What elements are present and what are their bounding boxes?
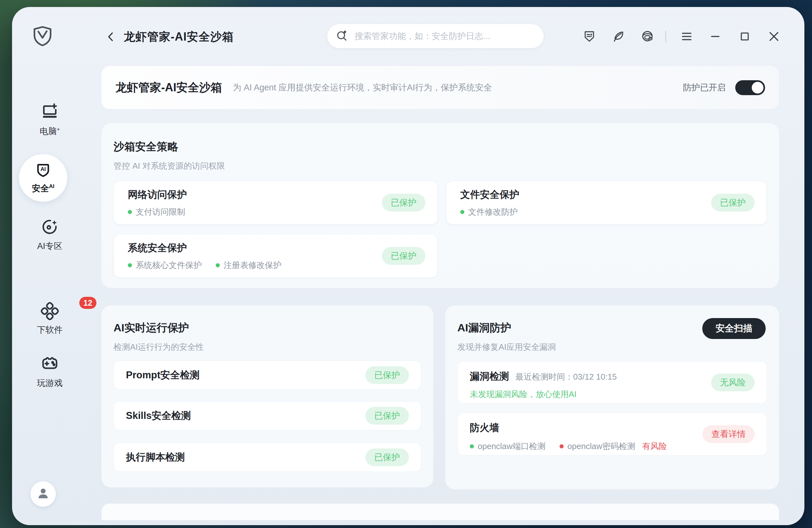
- leaf-icon[interactable]: [611, 29, 626, 44]
- firewall-bullet: openclaw端口检测: [470, 441, 546, 452]
- sidebar-label-security-ai: 安全AI: [32, 183, 55, 194]
- status-badge-no-risk: 无风险: [711, 373, 755, 391]
- realtime-row-prompt[interactable]: Prompt安全检测 已保护: [114, 361, 421, 390]
- toggle-knob: [752, 82, 764, 93]
- policy-card-file[interactable]: 文件安全保护 文件修改防护 已保护: [446, 181, 767, 224]
- close-button[interactable]: [766, 29, 782, 44]
- svg-text:AI: AI: [649, 38, 652, 40]
- sidebar-label-computer: 电脑+: [12, 126, 88, 137]
- app-window: 龙虾管家-AI安全沙箱 AI: [12, 7, 804, 525]
- titlebar-divider: [665, 31, 666, 42]
- policy-card-system[interactable]: 系统安全保护 系统核心文件保护 注册表修改保护 已保护: [114, 234, 438, 278]
- security-scan-button[interactable]: 安全扫描: [702, 318, 766, 339]
- person-icon: [36, 486, 50, 502]
- status-badge-protected: 已保护: [365, 449, 409, 466]
- next-section-peek: [102, 503, 779, 520]
- realtime-row-script[interactable]: 执行脚本检测 已保护: [114, 443, 421, 472]
- protection-toggle-label: 防护已开启: [683, 82, 726, 93]
- vulnerability-section-title: AI漏洞防护: [458, 321, 511, 335]
- sandbox-subtitle: 为 AI Agent 应用提供安全运行环境，实时审计AI行为，保护系统安全: [233, 82, 492, 93]
- desktop: { "titlebar": { "title": "龙虾管家-AI安全沙箱", …: [0, 0, 812, 528]
- policy-bullet: 支付访问限制: [128, 206, 185, 218]
- gamepad-icon: [12, 354, 88, 374]
- status-badge-protected: 已保护: [365, 407, 409, 425]
- maximize-button[interactable]: [737, 29, 752, 44]
- sandbox-policy-section: 沙箱安全策略 管控 AI 对系统资源的访问权限 网络访问保护 支付访问限制 已保…: [102, 123, 779, 288]
- policy-section-subtitle: 管控 AI 对系统资源的访问权限: [114, 160, 225, 172]
- laptop-plus-icon: [12, 102, 88, 122]
- sidebar-item-download[interactable]: 12 下软件: [12, 301, 88, 336]
- vuln-scan-meta: 最近检测时间：03/12 10:15: [516, 371, 617, 382]
- sidebar-label-download: 下软件: [12, 324, 88, 336]
- ai-assistant-icon[interactable]: AI: [640, 29, 655, 44]
- shield-ai-icon: AI: [34, 162, 52, 181]
- sidebar-label-ai-zone: AI专区: [12, 240, 88, 252]
- realtime-row-title: 执行脚本检测: [126, 451, 185, 464]
- red-dot: [560, 444, 564, 449]
- policy-section-title: 沙箱安全策略: [114, 140, 178, 154]
- policy-card-network[interactable]: 网络访问保护 支付访问限制 已保护: [114, 181, 438, 224]
- sandbox-title: 龙虾管家-AI安全沙箱: [115, 80, 222, 96]
- realtime-row-title: Skills安全检测: [126, 409, 191, 422]
- minimize-button[interactable]: [708, 29, 723, 44]
- firewall-bullet: openclaw密码检测有风险: [560, 441, 667, 452]
- realtime-row-title: Prompt安全检测: [126, 368, 200, 382]
- realtime-protection-section: AI实时运行保护 检测AI运行行为的安全性 Prompt安全检测 已保护 Ski…: [102, 305, 433, 487]
- user-avatar[interactable]: [30, 481, 56, 507]
- back-button[interactable]: [103, 29, 119, 44]
- realtime-row-skills[interactable]: Skills安全检测 已保护: [114, 401, 421, 430]
- protection-toggle[interactable]: [735, 80, 765, 95]
- vuln-scan-title: 漏洞检测: [470, 370, 509, 383]
- status-badge-protected: 已保护: [365, 366, 409, 384]
- policy-bullet: 文件修改防护: [460, 206, 518, 218]
- green-dot: [128, 263, 132, 267]
- policy-card-title: 文件安全保护: [460, 188, 753, 201]
- risk-label: 有风险: [642, 441, 667, 452]
- firewall-card[interactable]: 防火墙 openclaw端口检测 openclaw密码检测有风险 查看详情: [458, 413, 767, 456]
- sidebar: 电脑+ AI 安全AI AI专区: [12, 7, 88, 525]
- status-badge-protected: 已保护: [382, 194, 425, 211]
- sidebar-item-computer[interactable]: 电脑+: [12, 102, 88, 137]
- download-badge: 12: [79, 297, 97, 309]
- ai-search-icon: [336, 29, 354, 43]
- disc-sparkle-icon: [12, 218, 88, 237]
- vuln-scan-card[interactable]: 漏洞检测 最近检测时间：03/12 10:15 未发现漏洞风险，放心使用AI 无…: [458, 361, 767, 404]
- green-dot: [128, 210, 132, 214]
- green-dot: [470, 444, 474, 449]
- svg-text:AI: AI: [40, 166, 46, 172]
- vulnerability-section-subtitle: 发现并修复AI应用安全漏洞: [458, 341, 556, 353]
- protection-log-icon[interactable]: [582, 29, 597, 44]
- view-details-button[interactable]: 查看详情: [702, 425, 755, 443]
- page-title: 龙虾管家-AI安全沙箱: [124, 29, 234, 45]
- policy-card-title: 系统安全保护: [128, 241, 423, 255]
- realtime-section-subtitle: 检测AI运行行为的安全性: [114, 341, 204, 353]
- sidebar-item-games[interactable]: 玩游戏: [12, 354, 88, 389]
- search-input[interactable]: [354, 31, 535, 41]
- sidebar-item-ai-zone[interactable]: AI专区: [12, 218, 88, 252]
- sidebar-label-games: 玩游戏: [12, 377, 88, 389]
- vuln-scan-note: 未发现漏洞风险，放心使用AI: [470, 389, 755, 400]
- policy-card-title: 网络访问保护: [128, 188, 423, 201]
- realtime-section-title: AI实时运行保护: [114, 321, 189, 335]
- sandbox-header-card: 龙虾管家-AI安全沙箱 为 AI Agent 应用提供安全运行环境，实时审计AI…: [102, 66, 779, 109]
- status-badge-protected: 已保护: [711, 194, 755, 211]
- menu-icon[interactable]: [679, 29, 694, 44]
- vulnerability-section: AI漏洞防护 发现并修复AI应用安全漏洞 安全扫描 漏洞检测 最近检测时间：03…: [445, 305, 779, 489]
- sidebar-item-security-ai[interactable]: AI 安全AI: [19, 154, 67, 202]
- green-dot: [216, 263, 220, 267]
- status-badge-protected: 已保护: [382, 247, 425, 265]
- app-petals-icon: 12: [40, 301, 60, 321]
- green-dot: [460, 210, 464, 214]
- policy-bullet: 系统核心文件保护: [128, 260, 202, 271]
- policy-bullet: 注册表修改保护: [216, 260, 281, 271]
- search-bar[interactable]: [327, 24, 543, 48]
